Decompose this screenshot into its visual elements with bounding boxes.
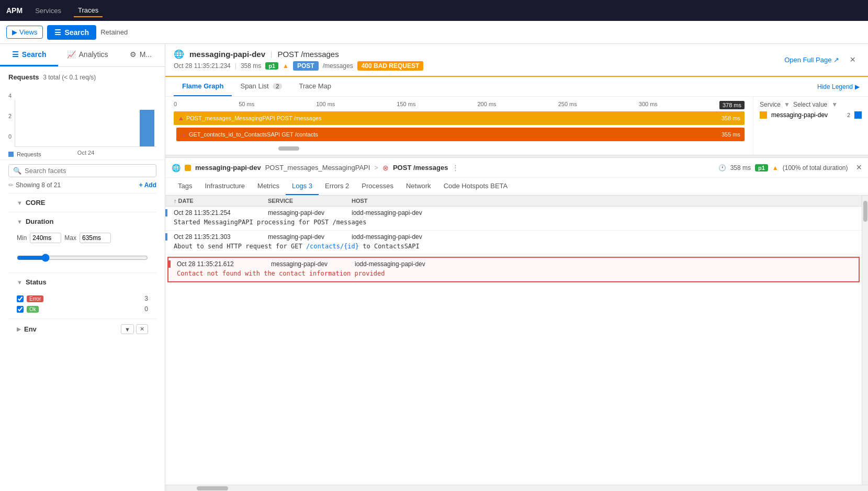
ruler-150: 150 ms	[397, 101, 415, 109]
h-scrollbar-thumb	[197, 486, 228, 490]
env-label: Env	[24, 325, 37, 333]
hide-legend-button[interactable]: Hide Legend ▶	[817, 83, 860, 90]
flame-bar-0[interactable]: ▲ POST_messages_MessagingPAPI POST /mess…	[174, 111, 745, 125]
log-link-1[interactable]: /contacts/{id}	[306, 243, 359, 250]
search-main-icon: ☰	[54, 28, 61, 37]
requests-chart: 4 2 0 Oct 24 Requests	[8, 85, 156, 153]
log-entry-2-highlighted: Oct 28 11:35:21.612 messaging-papi-dev i…	[167, 257, 860, 282]
chevron-down-icon-duration: ▼	[17, 219, 22, 225]
log-header-host: HOST	[352, 198, 853, 204]
search-tab-icon: ☰	[12, 50, 19, 59]
tab-analytics[interactable]: 📈 Analytics	[58, 44, 116, 66]
ruler-0: 0	[174, 101, 177, 109]
duration-body: Min Max	[8, 231, 156, 272]
span-pct-total: (100% of total duration)	[783, 164, 848, 172]
analytics-tab-icon: 📈	[67, 50, 76, 59]
duration-max-input[interactable]	[80, 233, 111, 243]
span-tab-errors[interactable]: Errors 2	[319, 178, 355, 195]
chart-y-0: 0	[8, 133, 12, 140]
status-ok-left: Ok	[17, 306, 39, 313]
flame-horizontal-scrollbar[interactable]	[174, 146, 745, 151]
logs-horizontal-scrollbar[interactable]	[165, 485, 868, 491]
chart-y-4: 4	[8, 93, 12, 99]
span-more-button[interactable]: ⋮	[452, 164, 459, 172]
facet-env-header[interactable]: ▶ Env ▼ ✕	[8, 319, 156, 339]
views-button[interactable]: ▶ Views	[6, 26, 43, 39]
core-label: CORE	[26, 199, 46, 207]
log-indicator-0	[165, 209, 167, 216]
sidebar-tabs: ☰ Search 📈 Analytics ⚙ M...	[0, 44, 165, 67]
tab-span-list[interactable]: Span List 2	[232, 77, 290, 96]
facet-core-header[interactable]: ▼ CORE	[8, 193, 156, 212]
duration-min-input[interactable]	[30, 233, 61, 243]
flame-bar-row-1: ▲ GET_contacts_id_to_ContactsSAPI GET /c…	[174, 128, 745, 142]
facet-status-header[interactable]: ▼ Status	[8, 273, 156, 291]
trace-header-top: 🌐 messaging-papi-dev | POST /messages	[174, 49, 784, 59]
showing-row: ✏ Showing 8 of 21 + Add	[8, 181, 156, 189]
close-trace-button[interactable]: ×	[846, 54, 860, 65]
facets-search-box[interactable]: 🔍	[8, 164, 156, 177]
showing-text: Showing 8 of 21	[16, 181, 61, 189]
brand-label: APM	[6, 6, 22, 15]
span-arrow: >	[374, 164, 378, 172]
status-ok-checkbox[interactable]	[17, 306, 24, 313]
env-filter-buttons: ▼ ✕	[121, 324, 148, 334]
main-layout: ☰ Search 📈 Analytics ⚙ M... Requests 3 t…	[0, 44, 868, 491]
duration-label: Duration	[26, 218, 53, 225]
tab-map[interactable]: ⚙ M...	[117, 44, 165, 66]
env-filter-btn[interactable]: ▼	[121, 324, 134, 334]
open-full-page-button[interactable]: Open Full Page ↗	[784, 56, 839, 64]
span-tab-tags[interactable]: Tags	[172, 178, 198, 195]
log-entry-1: Oct 28 11:35:21.303 messaging-papi-dev i…	[165, 231, 862, 255]
tab-search[interactable]: ☰ Search	[0, 44, 58, 66]
logs-scrollbar[interactable]	[862, 196, 868, 485]
ruler-100: 100 ms	[316, 101, 335, 109]
method-badge: POST	[293, 61, 319, 71]
flame-bars-container: ▲ POST_messages_MessagingPAPI POST /mess…	[174, 111, 745, 142]
facets-section: 🔍 ✏ Showing 8 of 21 + Add ▼ CORE	[0, 159, 165, 344]
log-entry-row-0: Oct 28 11:35:21.254 messaging-papi-dev i…	[165, 207, 862, 216]
close-span-button[interactable]: ×	[856, 162, 862, 173]
span-p1-badge: p1	[755, 164, 768, 172]
status-label: Status	[26, 278, 47, 286]
chart-x-label: Oct 24	[77, 150, 94, 156]
facet-duration-header[interactable]: ▼ Duration	[8, 212, 156, 231]
duration-slider-min[interactable]	[17, 254, 148, 262]
retained-label: Retained	[100, 28, 128, 36]
tab-flame-graph[interactable]: Flame Graph	[174, 77, 232, 96]
span-tab-metrics[interactable]: Metrics	[251, 178, 286, 195]
span-tab-infrastructure[interactable]: Infrastructure	[198, 178, 251, 195]
facet-group-status: ▼ Status Error 3 Ok	[8, 272, 156, 318]
span-tab-code-hotspots[interactable]: Code Hotspots BETA	[437, 178, 514, 195]
span-tab-network[interactable]: Network	[400, 178, 437, 195]
flame-graph-content: 0 50 ms 100 ms 150 ms 200 ms 250 ms 300 …	[165, 97, 868, 155]
logs-table: ↑ DATE SERVICE HOST Oct 28 11:35:21.254 …	[165, 196, 862, 485]
chevron-right-icon-env: ▶	[17, 326, 21, 333]
separator: |	[270, 50, 272, 58]
span-count-badge: 2	[273, 83, 282, 89]
span-tab-logs[interactable]: Logs 3	[286, 178, 319, 195]
env-clear-btn[interactable]: ✕	[136, 324, 148, 334]
flame-bar-label-0: POST_messages_MessagingPAPI POST /messag…	[186, 115, 322, 121]
search-main-button[interactable]: ☰ Search	[47, 25, 96, 40]
facet-group-duration: ▼ Duration Min Max	[8, 212, 156, 272]
status-error-checkbox[interactable]	[17, 295, 24, 302]
tab-trace-map[interactable]: Trace Map	[290, 77, 340, 96]
chevron-down-icon-status: ▼	[17, 279, 22, 286]
status-400-badge: 400 BAD REQUEST	[357, 61, 424, 71]
log-entry-0: Oct 28 11:35:21.254 messaging-papi-dev i…	[165, 207, 862, 231]
nav-services[interactable]: Services	[31, 5, 65, 17]
flame-bar-1[interactable]: ▲ GET_contacts_id_to_ContactsSAPI GET /c…	[176, 128, 745, 141]
search-facets-input[interactable]	[25, 167, 152, 175]
add-facet-button[interactable]: + Add	[139, 181, 156, 189]
span-op-name: POST_messages_MessagingPAPI	[265, 164, 370, 172]
log-host-0: iodd-messaging-papi-dev	[352, 209, 862, 216]
requests-section: Requests 3 total (< 0.1 req/s) 4 2 0	[0, 67, 165, 159]
pencil-icon: ✏	[8, 181, 14, 189]
right-panel: 🌐 messaging-papi-dev | POST /messages Oc…	[165, 44, 868, 491]
span-tab-processes[interactable]: Processes	[355, 178, 400, 195]
chart-bar-main	[140, 110, 154, 146]
nav-traces[interactable]: Traces	[74, 4, 103, 17]
chart-y-2: 2	[8, 113, 12, 119]
legend-count: 2	[847, 112, 850, 118]
